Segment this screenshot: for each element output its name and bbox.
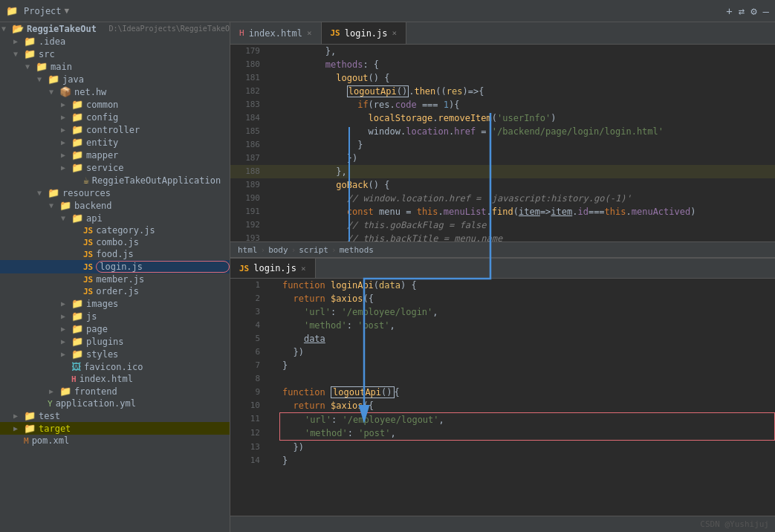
code-panel-top[interactable]: 179 }, 180 methods: { 181 logout() {	[230, 45, 775, 241]
tree-label-config: config	[86, 112, 230, 123]
code-line-191: 191 const menu = this.menuList.find(item…	[230, 205, 775, 218]
bottom-tab-login-js[interactable]: JS login.js ×	[230, 259, 316, 278]
arrow-nethw: ▼	[49, 88, 59, 96]
code-line-b12: 12 'method': 'post',	[230, 426, 775, 441]
folder-icon-styles: 📁	[71, 348, 83, 360]
line-num-186: 186	[230, 138, 267, 152]
java-icon-app: ☕	[83, 175, 89, 186]
bc-sep1: ›	[261, 245, 266, 255]
line-num-185: 185	[230, 125, 267, 138]
code-line-b14: 14 }	[230, 454, 775, 467]
tree-item-member-js[interactable]: JS member.js	[0, 273, 230, 285]
line-num-b2: 2	[230, 292, 267, 305]
tree-item-nethw[interactable]: ▼ 📦 net.hw	[0, 85, 230, 98]
code-line-190: 190 // window.location.href = 'javascrip…	[230, 192, 775, 205]
tree-item-controller[interactable]: ▶ 📁 controller	[0, 123, 230, 136]
tree-item-src[interactable]: ▼ 📁 src	[0, 48, 230, 60]
tab-bar: H index.html × JS login.js ×	[230, 22, 775, 45]
tree-item-index-html[interactable]: H index.html	[0, 373, 230, 385]
breadcrumb-html: html	[238, 245, 258, 255]
tree-item-service[interactable]: ▶ 📁 service	[0, 161, 230, 174]
tree-item-frontend[interactable]: ▶ 📁 frontend	[0, 385, 230, 398]
main-layout: ▼ 📂 ReggieTakeOut D:\IdeaProjects\Reggie…	[0, 22, 775, 532]
tree-label-order-js: order.js	[96, 286, 230, 296]
gutter-icon-b13	[267, 441, 279, 454]
js-icon-member: JS	[83, 275, 93, 285]
tree-item-styles[interactable]: ▶ 📁 styles	[0, 348, 230, 360]
tree-item-reggie[interactable]: ▼ 📂 ReggieTakeOut D:\IdeaProjects\Reggie…	[0, 22, 230, 35]
tab-index-html[interactable]: H index.html ×	[230, 22, 322, 44]
code-line-188: 188 },	[230, 165, 775, 178]
tree-item-order-js[interactable]: JS order.js	[0, 285, 230, 297]
tree-item-images[interactable]: ▶ 📁 images	[0, 297, 230, 310]
bc-sep2: ›	[291, 245, 296, 255]
code-line-b4: 4 'method': 'post',	[230, 319, 775, 332]
tree-item-target[interactable]: ▶ 📁 target	[0, 422, 230, 435]
ico-icon-favicon: 🖼	[71, 361, 81, 372]
line-content-191: const menu = this.menuList.find(item=>it…	[279, 205, 775, 218]
tree-item-category-js[interactable]: JS category.js	[0, 224, 230, 236]
tree-item-favicon[interactable]: 🖼 favicon.ico	[0, 360, 230, 373]
tree-item-page[interactable]: ▶ 📁 page	[0, 322, 230, 335]
tree-item-pom-xml[interactable]: M pom.xml	[0, 435, 230, 447]
code-line-b11: 11 'url': '/employee/logout',	[230, 412, 775, 426]
highlight-box-logoutapi-bottom: logoutApi()	[331, 386, 394, 398]
folder-icon-src: 📁	[24, 48, 36, 59]
top-bar-actions: + ⇄ ⚙ —	[726, 5, 769, 17]
arrow-backend: ▼	[49, 201, 59, 210]
gutter-icon-b9	[267, 386, 279, 399]
tree-item-backend[interactable]: ▼ 📁 backend	[0, 199, 230, 212]
tree-item-js[interactable]: ▶ 📁 js	[0, 310, 230, 322]
tree-item-api[interactable]: ▼ 📁 api	[0, 212, 230, 224]
arrow-main: ▼	[25, 62, 36, 71]
project-icon: 📁	[6, 5, 18, 16]
line-num-b10: 10	[230, 399, 267, 412]
tree-item-test[interactable]: ▶ 📁 test	[0, 409, 230, 422]
arrow-target: ▶	[13, 424, 24, 432]
tree-label-idea: .idea	[39, 36, 230, 47]
bottom-tab-close-login-js[interactable]: ×	[301, 264, 306, 273]
tab-close-login-js[interactable]: ×	[392, 28, 398, 38]
tree-item-main[interactable]: ▼ 📁 main	[0, 60, 230, 73]
tree-item-plugins[interactable]: ▶ 📁 plugins	[0, 335, 230, 348]
tree-item-config[interactable]: ▶ 📁 config	[0, 111, 230, 123]
code-line-b2: 2 return $axios({	[230, 292, 775, 305]
code-panel-bottom[interactable]: 1 function loginApi(data) { 2 return $ax…	[230, 279, 775, 516]
line-num-b11: 11	[230, 412, 267, 426]
settings-icon[interactable]: ⚙	[750, 5, 756, 17]
folder-icon-backend: 📁	[59, 200, 71, 211]
tree-item-application-yml[interactable]: Y application.yml	[0, 398, 230, 409]
line-content-185: window.location.href = '/backend/page/lo…	[279, 125, 775, 138]
tree-label-frontend: frontend	[74, 386, 230, 397]
tree-label-resources: resources	[62, 188, 230, 198]
gutter-icon-179	[267, 45, 279, 58]
project-dropdown-arrow[interactable]: ▼	[65, 6, 70, 16]
tab-login-js[interactable]: JS login.js ×	[322, 22, 407, 44]
line-num-190: 190	[230, 192, 267, 205]
top-bar-title: Project	[24, 6, 62, 16]
tree-item-login-js[interactable]: JS login.js	[0, 260, 230, 273]
tree-item-common[interactable]: ▶ 📁 common	[0, 98, 230, 111]
code-line-181: 181 logout() {	[230, 71, 775, 85]
tree-item-entity[interactable]: ▶ 📁 entity	[0, 136, 230, 149]
tree-label-application-yml: application.yml	[56, 398, 230, 409]
line-num-184: 184	[230, 111, 267, 125]
tree-item-java[interactable]: ▼ 📁 java	[0, 73, 230, 85]
sync-icon[interactable]: ⇄	[739, 5, 745, 17]
tree-label-mapper: mapper	[86, 150, 230, 160]
tree-item-combo-js[interactable]: JS combo.js	[0, 236, 230, 248]
folder-icon-controller: 📁	[71, 124, 83, 135]
tree-item-app[interactable]: ☕ ReggieTakeOutApplication	[0, 174, 230, 186]
tree-item-food-js[interactable]: JS food.js	[0, 248, 230, 260]
tab-close-index-html[interactable]: ×	[307, 28, 312, 38]
line-content-b13: })	[279, 441, 775, 454]
tree-item-mapper[interactable]: ▶ 📁 mapper	[0, 149, 230, 161]
add-icon[interactable]: +	[726, 5, 732, 17]
tree-item-resources[interactable]: ▼ 📁 resources	[0, 186, 230, 199]
minimize-icon[interactable]: —	[763, 5, 769, 17]
arrow-api: ▼	[61, 214, 71, 222]
line-num-187: 187	[230, 152, 267, 165]
tree-label-js: js	[86, 311, 230, 322]
tree-item-idea[interactable]: ▶ 📁 .idea	[0, 35, 230, 48]
arrow-test: ▶	[13, 412, 24, 420]
